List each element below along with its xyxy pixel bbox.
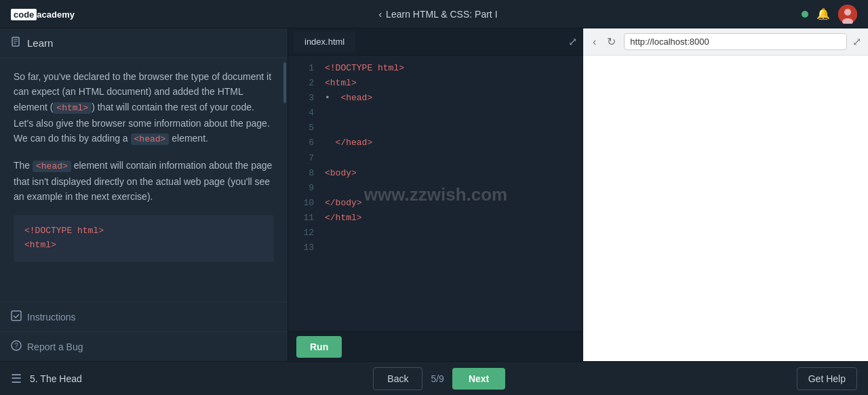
logo-code-text: code <box>11 9 37 20</box>
avatar[interactable] <box>838 5 857 24</box>
editor-line-13: 13 <box>288 241 583 255</box>
editor-bottom-bar: Run <box>288 331 583 361</box>
bottom-center: Back 5/9 Next <box>373 367 505 390</box>
paragraph-2: The <head> element will contain informat… <box>14 158 274 205</box>
lesson-content: So far, you've declared to the browser t… <box>0 58 288 302</box>
course-title-text: Learn HTML & CSS: Part I <box>386 9 497 20</box>
editor-expand-icon[interactable]: ⤢ <box>568 35 577 48</box>
report-bug-item[interactable]: ? Report a Bug <box>0 331 288 361</box>
editor-line-9: 9 <box>288 181 583 196</box>
line-dot-3: • <box>325 91 340 106</box>
logo: codeacademy <box>11 8 75 20</box>
line-num-10: 10 <box>294 196 314 211</box>
nav-right: 🔔 <box>802 5 857 24</box>
line-num-11: 11 <box>294 211 314 226</box>
line-content-11: </html> <box>325 211 362 226</box>
main-area: Learn So far, you've declared to the bro… <box>0 28 868 361</box>
code-example-line1: <!DOCTYPE html> <box>24 224 263 238</box>
check-icon <box>11 310 22 323</box>
line-content-2: <html> <box>325 76 357 91</box>
bottom-left: ☰ 5. The Head <box>11 371 82 386</box>
status-dot <box>802 11 808 18</box>
editor-line-7: 7 <box>288 151 583 166</box>
editor-line-4: 4 <box>288 106 583 121</box>
editor-panel: index.html ⤢ 1 <!DOCTYPE html> 2 <html> … <box>288 28 583 361</box>
line-num-1: 1 <box>294 61 314 76</box>
browser-back-button[interactable]: ‹ <box>590 33 599 51</box>
editor-line-12: 12 <box>288 226 583 241</box>
course-title: ‹ Learn HTML & CSS: Part I <box>378 9 497 20</box>
editor-content[interactable]: 1 <!DOCTYPE html> 2 <html> 3 • <head> 4 … <box>288 56 583 331</box>
report-bug-label: Report a Bug <box>27 341 83 352</box>
instructions-label: Instructions <box>27 312 76 323</box>
svg-point-1 <box>844 9 851 16</box>
editor-tab-index-html[interactable]: index.html <box>294 31 355 52</box>
browser-url-input[interactable] <box>624 33 847 50</box>
panel-header: Learn <box>0 28 288 58</box>
code-example: <!DOCTYPE html> <html> <box>14 215 274 262</box>
left-panel: Learn So far, you've declared to the bro… <box>0 28 288 361</box>
editor-tabs: index.html ⤢ <box>288 28 583 56</box>
html-inline-code: <html> <box>53 102 92 114</box>
next-button[interactable]: Next <box>452 368 505 390</box>
line-num-5: 5 <box>294 121 314 136</box>
question-icon: ? <box>11 340 22 353</box>
title-bracket: ‹ <box>378 9 382 20</box>
head-inline-code-2: <head> <box>33 161 71 172</box>
logo-code-box: codeacademy <box>11 8 75 20</box>
browser-panel: ‹ ↻ ⤢ <box>583 28 868 361</box>
panel-footer: Instructions ? Report a Bug <box>0 302 288 361</box>
browser-expand-icon[interactable]: ⤢ <box>852 35 861 48</box>
bell-icon[interactable]: 🔔 <box>816 7 830 20</box>
line-content-1: <!DOCTYPE html> <box>325 61 404 76</box>
line-num-2: 2 <box>294 76 314 91</box>
line-num-12: 12 <box>294 226 314 241</box>
paragraph-1: So far, you've declared to the browser t… <box>14 69 274 147</box>
back-button[interactable]: Back <box>373 367 422 390</box>
scroll-indicator <box>283 62 286 103</box>
editor-line-5: 5 <box>288 121 583 136</box>
line-content-10: </body> <box>325 196 362 211</box>
line-num-13: 13 <box>294 241 314 255</box>
browser-toolbar: ‹ ↻ ⤢ <box>583 28 868 56</box>
editor-line-3: 3 • <head> <box>288 91 583 106</box>
bottom-right: Get Help <box>797 367 857 390</box>
panel-header-title: Learn <box>27 37 53 49</box>
hamburger-icon[interactable]: ☰ <box>11 371 22 386</box>
editor-line-6: 6 </head> <box>288 136 583 150</box>
code-example-line2: <html> <box>24 238 263 253</box>
lesson-title: 5. The Head <box>30 373 82 384</box>
logo-academy-text: academy <box>37 9 75 20</box>
top-nav: codeacademy ‹ Learn HTML & CSS: Part I 🔔 <box>0 0 868 28</box>
line-content-3: <head> <box>340 91 372 106</box>
run-button[interactable]: Run <box>296 336 342 358</box>
line-num-6: 6 <box>294 136 314 150</box>
line-num-4: 4 <box>294 106 314 121</box>
svg-rect-7 <box>12 311 21 320</box>
line-num-3: 3 <box>294 91 314 106</box>
book-icon <box>11 37 22 49</box>
bottom-bar: ☰ 5. The Head Back 5/9 Next Get Help <box>0 361 868 395</box>
editor-line-8: 8 <body> <box>288 166 583 181</box>
line-num-9: 9 <box>294 181 314 196</box>
browser-content-area <box>583 56 868 361</box>
get-help-button[interactable]: Get Help <box>797 367 857 390</box>
editor-line-1: 1 <!DOCTYPE html> <box>288 61 583 76</box>
instructions-item[interactable]: Instructions <box>0 302 288 331</box>
browser-refresh-button[interactable]: ↻ <box>604 33 618 51</box>
line-content-8: <body> <box>325 166 357 181</box>
editor-line-10: 10 </body> <box>288 196 583 211</box>
editor-wrapper: index.html ⤢ 1 <!DOCTYPE html> 2 <html> … <box>288 28 583 361</box>
line-num-8: 8 <box>294 166 314 181</box>
line-content-6: </head> <box>325 136 372 150</box>
editor-line-11: 11 </html> <box>288 211 583 226</box>
head-inline-code: <head> <box>131 133 170 145</box>
line-num-7: 7 <box>294 151 314 166</box>
progress-indicator: 5/9 <box>431 373 443 384</box>
tab-filename: index.html <box>304 37 344 47</box>
editor-line-2: 2 <html> <box>288 76 583 91</box>
svg-text:?: ? <box>14 342 18 350</box>
